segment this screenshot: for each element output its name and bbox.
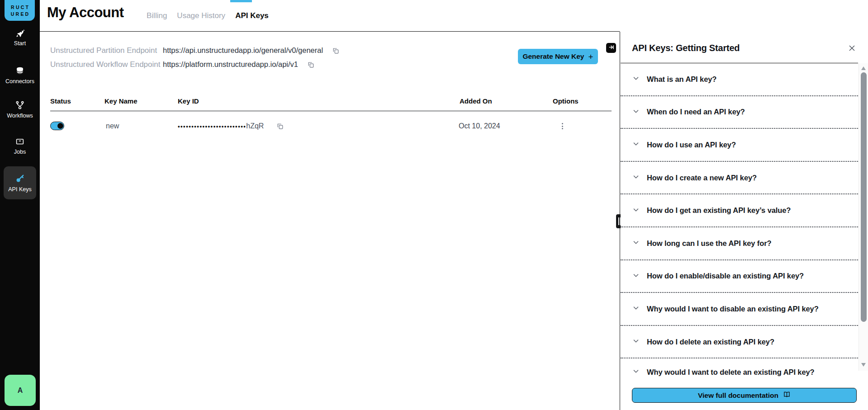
faq-item[interactable]: How do I use an API key? — [621, 129, 858, 162]
faq-list: What is an API key? When do I need an AP… — [621, 63, 858, 386]
sidebar-item-label: Start — [14, 40, 26, 47]
chevron-down-icon — [632, 140, 640, 150]
key-id-masked: ••••••••••••••••••••••••• — [178, 123, 246, 130]
faq-item[interactable]: How do I create a new API key? — [621, 162, 858, 195]
copy-icon[interactable] — [307, 61, 314, 68]
cta-label: View full documentation — [698, 391, 778, 400]
getting-started-panel: API Keys: Getting Started What is an API… — [621, 32, 868, 410]
faq-question: What is an API key? — [647, 75, 716, 84]
faq-question: How do I get an existing API key’s value… — [647, 206, 791, 215]
sidebar-item-label: Connectors — [5, 78, 34, 85]
panel-scrollbar[interactable] — [859, 63, 868, 371]
generate-new-key-label: Generate New Key — [522, 52, 584, 61]
collapse-panel-button[interactable] — [606, 43, 616, 53]
endpoint-url: https://api.unstructuredapp.io/general/v… — [163, 46, 323, 55]
plus-icon: + — [588, 52, 593, 61]
scrollbar-thumb[interactable] — [861, 72, 867, 322]
chevron-down-icon — [632, 367, 640, 377]
key-icon — [14, 173, 25, 184]
table-header-divider — [50, 111, 612, 111]
faq-item[interactable]: How long can I use the API key for? — [621, 227, 858, 260]
endpoint-label: Unstructured Partition Endpoint — [50, 46, 163, 55]
partition-endpoint-row: Unstructured Partition Endpoint https://… — [50, 43, 339, 57]
faq-item[interactable]: When do I need an API key? — [621, 96, 858, 129]
added-on-cell: Oct 10, 2024 — [459, 122, 500, 130]
copy-icon[interactable] — [276, 123, 284, 130]
faq-item[interactable]: Why would I want to disable an existing … — [621, 293, 858, 326]
chevron-down-icon — [632, 271, 640, 281]
faq-question: When do I need an API key? — [647, 108, 745, 116]
panel-title: API Keys: Getting Started — [632, 43, 740, 53]
database-icon — [15, 66, 25, 76]
faq-question: Why would I want to delete an existing A… — [647, 368, 815, 377]
tab-billing[interactable]: Billing — [147, 11, 167, 20]
column-header-key-name: Key Name — [104, 97, 138, 105]
sidebar-item-workflows[interactable]: Workflows — [0, 100, 40, 119]
close-icon[interactable] — [847, 43, 857, 53]
tab-usage-history[interactable]: Usage History — [177, 11, 225, 20]
arrow-to-line-icon — [608, 44, 614, 52]
tab-api-keys[interactable]: API Keys — [235, 11, 269, 20]
chevron-down-icon — [632, 173, 640, 183]
column-header-key-id: Key ID — [178, 97, 199, 105]
faq-item[interactable]: How do I delete an existing API key? — [621, 326, 858, 359]
faq-question: Why would I want to disable an existing … — [647, 305, 819, 313]
logo-text-line: URED — [9, 11, 30, 18]
faq-question: How do I enable/disable an existing API … — [647, 272, 804, 280]
rocket-icon — [15, 28, 25, 38]
chevron-down-icon — [632, 206, 640, 216]
faq-item[interactable]: How do I get an existing API key’s value… — [621, 194, 858, 227]
faq-item[interactable]: Why would I want to delete an existing A… — [621, 358, 858, 386]
endpoint-url: https://platform.unstructuredapp.io/api/… — [163, 60, 298, 69]
faq-question: How do I create a new API key? — [647, 174, 757, 182]
sidebar-item-start[interactable]: Start — [0, 28, 40, 47]
page-title: My Account — [47, 5, 124, 21]
chevron-down-icon — [632, 337, 640, 347]
faq-question: How do I delete an existing API key? — [647, 338, 774, 346]
sidebar-item-connectors[interactable]: Connectors — [0, 66, 40, 85]
page: RUCT URED Start Con — [0, 0, 868, 410]
key-status-toggle[interactable] — [50, 122, 64, 130]
column-header-options: Options — [553, 97, 579, 105]
chevron-down-icon — [632, 74, 640, 84]
workflow-branch-icon — [15, 100, 25, 110]
faq-item[interactable]: What is an API key? — [621, 63, 858, 96]
main-content: My Account Billing Usage History API Key… — [40, 0, 620, 410]
kebab-menu-icon[interactable] — [559, 122, 566, 130]
book-icon — [783, 391, 791, 400]
unstructured-logo[interactable]: RUCT URED — [5, 0, 35, 21]
key-id-suffix: hZqR — [246, 122, 264, 130]
scroll-up-arrow-icon[interactable] — [861, 66, 866, 70]
view-full-documentation-button[interactable]: View full documentation — [632, 388, 857, 403]
account-tabs: Billing Usage History API Keys — [147, 0, 269, 32]
column-header-status: Status — [50, 97, 71, 105]
sidebar: RUCT URED Start Con — [0, 0, 40, 410]
header-divider — [40, 31, 620, 32]
toggle-knob — [57, 123, 63, 129]
logo-text-line: RUCT — [9, 4, 30, 11]
key-id-cell: •••••••••••••••••••••••••hZqR — [178, 122, 284, 130]
sidebar-item-label: Workflows — [7, 113, 33, 119]
scroll-down-arrow-icon[interactable] — [861, 363, 866, 367]
chevron-down-icon — [632, 238, 640, 248]
sidebar-item-api-keys[interactable]: API Keys — [4, 166, 36, 199]
copy-icon[interactable] — [332, 47, 339, 54]
column-header-added-on: Added On — [460, 97, 492, 105]
workflow-endpoint-row: Unstructured Workflow Endpoint https://p… — [50, 57, 339, 71]
key-name-cell: new — [106, 122, 119, 130]
sidebar-item-label: API Keys — [8, 186, 31, 193]
generate-new-key-button[interactable]: Generate New Key + — [518, 49, 598, 64]
endpoints-block: Unstructured Partition Endpoint https://… — [50, 43, 339, 71]
faq-question: How long can I use the API key for? — [647, 239, 772, 248]
sidebar-item-jobs[interactable]: Jobs — [0, 137, 40, 155]
chevron-down-icon — [632, 107, 640, 117]
avatar[interactable]: A — [5, 375, 36, 406]
endpoint-label: Unstructured Workflow Endpoint — [50, 60, 163, 69]
chevron-down-icon — [632, 304, 640, 314]
active-tab-indicator — [230, 0, 252, 2]
faq-question: How do I use an API key? — [647, 141, 736, 149]
jobs-tray-icon — [15, 137, 25, 146]
sidebar-item-label: Jobs — [14, 149, 26, 155]
faq-item[interactable]: How do I enable/disable an existing API … — [621, 260, 858, 293]
